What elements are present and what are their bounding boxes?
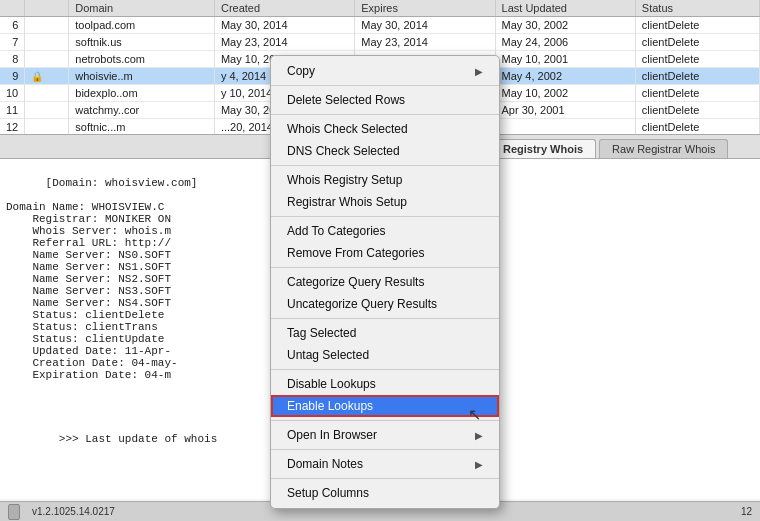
- row-icon: 🔒: [25, 68, 69, 85]
- row-number: 11: [0, 102, 25, 119]
- row-domain: bidexplo..om: [69, 85, 215, 102]
- row-domain: softnic...m: [69, 119, 215, 136]
- row-icon: [25, 34, 69, 51]
- version-label: v1.2.1025.14.0217: [32, 506, 115, 517]
- row-icon: [25, 119, 69, 136]
- row-created: May 30, 2014: [214, 17, 354, 34]
- menu-separator: [271, 420, 499, 421]
- menu-separator: [271, 165, 499, 166]
- menu-item-categorize-query-results[interactable]: Categorize Query Results: [271, 271, 499, 293]
- menu-item-enable-lookups[interactable]: Enable Lookups: [271, 395, 499, 417]
- row-updated: May 4, 2002: [495, 68, 635, 85]
- menu-item-label: Whois Registry Setup: [287, 173, 402, 187]
- menu-item-copy[interactable]: Copy▶: [271, 60, 499, 82]
- menu-item-label: Whois Check Selected: [287, 122, 408, 136]
- menu-item-label: Remove From Categories: [287, 246, 424, 260]
- col-expires: Expires: [355, 0, 495, 17]
- row-status: clientDelete: [635, 85, 759, 102]
- row-domain: netrobots.com: [69, 51, 215, 68]
- menu-item-uncategorize-query-results[interactable]: Uncategorize Query Results: [271, 293, 499, 315]
- row-updated: May 30, 2002: [495, 17, 635, 34]
- menu-item-label: Delete Selected Rows: [287, 93, 405, 107]
- row-status: clientDelete: [635, 102, 759, 119]
- menu-item-disable-lookups[interactable]: Disable Lookups: [271, 373, 499, 395]
- context-menu: Copy▶Delete Selected RowsWhois Check Sel…: [270, 55, 500, 509]
- menu-item-setup-columns[interactable]: Setup Columns: [271, 482, 499, 504]
- row-updated: May 10, 2001: [495, 51, 635, 68]
- row-status: clientDelete: [635, 51, 759, 68]
- row-icon: [25, 51, 69, 68]
- row-status: clientDelete: [635, 34, 759, 51]
- row-icon: [25, 102, 69, 119]
- menu-separator: [271, 216, 499, 217]
- menu-separator: [271, 318, 499, 319]
- row-count: 12: [741, 506, 752, 517]
- menu-separator: [271, 369, 499, 370]
- menu-item-untag-selected[interactable]: Untag Selected: [271, 344, 499, 366]
- row-domain: toolpad.com: [69, 17, 215, 34]
- menu-separator: [271, 85, 499, 86]
- whois-text: [Domain: whoisview.com] Domain Name: WHO…: [6, 177, 197, 381]
- menu-item-label: Uncategorize Query Results: [287, 297, 437, 311]
- tab-raw-registrar-whois[interactable]: Raw Registrar Whois: [599, 139, 728, 158]
- row-number: 7: [0, 34, 25, 51]
- row-icon: [25, 85, 69, 102]
- row-number: 9: [0, 68, 25, 85]
- tab-registry-whois[interactable]: Registry Whois: [490, 139, 596, 158]
- row-updated: May 24, 2006: [495, 34, 635, 51]
- menu-item-delete-selected-rows[interactable]: Delete Selected Rows: [271, 89, 499, 111]
- row-number: 8: [0, 51, 25, 68]
- menu-separator: [271, 267, 499, 268]
- menu-item-label: Untag Selected: [287, 348, 369, 362]
- scrollbar-indicator: [8, 504, 20, 520]
- col-updated: Last Updated: [495, 0, 635, 17]
- menu-item-label: Registrar Whois Setup: [287, 195, 407, 209]
- menu-item-open-in-browser[interactable]: Open In Browser▶: [271, 424, 499, 446]
- menu-item-domain-notes[interactable]: Domain Notes▶: [271, 453, 499, 475]
- menu-item-whois-registry-setup[interactable]: Whois Registry Setup: [271, 169, 499, 191]
- col-icon: [25, 0, 69, 17]
- row-status: clientDelete: [635, 17, 759, 34]
- table-row[interactable]: 7 softnik.us May 23, 2014 May 23, 2014 M…: [0, 34, 760, 51]
- status-left: v1.2.1025.14.0217: [8, 504, 115, 520]
- row-icon: [25, 17, 69, 34]
- menu-item-label: Add To Categories: [287, 224, 386, 238]
- row-number: 10: [0, 85, 25, 102]
- menu-item-label: Categorize Query Results: [287, 275, 424, 289]
- col-num: [0, 0, 25, 17]
- row-updated: [495, 119, 635, 136]
- row-number: 12: [0, 119, 25, 136]
- submenu-arrow-icon: ▶: [475, 430, 483, 441]
- menu-item-label: Setup Columns: [287, 486, 369, 500]
- menu-item-label: DNS Check Selected: [287, 144, 400, 158]
- menu-item-label: Copy: [287, 64, 315, 78]
- menu-item-label: Open In Browser: [287, 428, 377, 442]
- menu-item-label: Enable Lookups: [287, 399, 373, 413]
- row-status: clientDelete: [635, 119, 759, 136]
- col-created: Created: [214, 0, 354, 17]
- row-updated: May 10, 2002: [495, 85, 635, 102]
- menu-item-label: Tag Selected: [287, 326, 356, 340]
- menu-item-registrar-whois-setup[interactable]: Registrar Whois Setup: [271, 191, 499, 213]
- menu-item-whois-check-selected[interactable]: Whois Check Selected: [271, 118, 499, 140]
- row-number: 6: [0, 17, 25, 34]
- submenu-arrow-icon: ▶: [475, 459, 483, 470]
- menu-item-dns-check-selected[interactable]: DNS Check Selected: [271, 140, 499, 162]
- menu-item-tag-selected[interactable]: Tag Selected: [271, 322, 499, 344]
- row-created: May 23, 2014: [214, 34, 354, 51]
- row-expires: May 23, 2014: [355, 34, 495, 51]
- row-domain: watchmy..cor: [69, 102, 215, 119]
- table-row[interactable]: 6 toolpad.com May 30, 2014 May 30, 2014 …: [0, 17, 760, 34]
- row-updated: Apr 30, 2001: [495, 102, 635, 119]
- row-expires: May 30, 2014: [355, 17, 495, 34]
- menu-item-add-to-categories[interactable]: Add To Categories: [271, 220, 499, 242]
- submenu-arrow-icon: ▶: [475, 66, 483, 77]
- menu-separator: [271, 478, 499, 479]
- menu-item-label: Disable Lookups: [287, 377, 376, 391]
- row-domain: whoisvie..m: [69, 68, 215, 85]
- menu-item-remove-from-categories[interactable]: Remove From Categories: [271, 242, 499, 264]
- menu-separator: [271, 114, 499, 115]
- row-status: clientDelete: [635, 68, 759, 85]
- row-domain: softnik.us: [69, 34, 215, 51]
- col-status: Status: [635, 0, 759, 17]
